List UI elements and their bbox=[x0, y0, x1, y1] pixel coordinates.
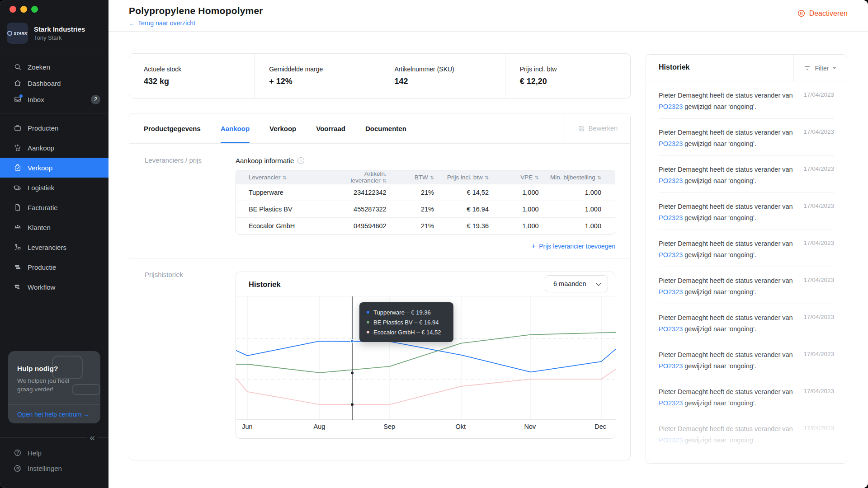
chart-plot: Tupperware – € 19.36BE Plastics BV – € 1… bbox=[236, 296, 615, 420]
stats-card: Actuele stock432 kgGemiddelde marge+ 12%… bbox=[129, 53, 631, 99]
sidebar-item-label: Zoeken bbox=[28, 63, 50, 71]
po-link[interactable]: PO2323 bbox=[659, 362, 683, 370]
products-icon bbox=[14, 124, 22, 132]
activity-date: 17/04/2023 bbox=[803, 351, 834, 357]
sidebar-item-klanten[interactable]: Klanten bbox=[0, 217, 108, 237]
table-cell: BE Plastics BV bbox=[236, 201, 329, 217]
table-cell: 1.000 bbox=[539, 184, 615, 201]
column-header[interactable]: Min. bijbestelling⇅ bbox=[539, 170, 615, 184]
table-cell: 049594602 bbox=[329, 217, 386, 234]
sort-icon[interactable]: ⇅ bbox=[430, 175, 434, 180]
activity-prefix: Pieter Demaeght heeft de status verander… bbox=[659, 240, 793, 247]
tooltip-text: BE Plastics BV – € 16.94 bbox=[373, 319, 439, 326]
po-link[interactable]: PO2323 bbox=[659, 214, 683, 221]
stat-label: Artikelnummer (SKU) bbox=[395, 66, 505, 73]
sidebar-item-logistiek[interactable]: Logistiek bbox=[0, 178, 108, 197]
po-link[interactable]: PO2323 bbox=[659, 103, 683, 110]
table-cell: € 14,52 bbox=[434, 184, 489, 201]
po-link[interactable]: PO2323 bbox=[659, 140, 683, 147]
help-card-body: We helpen jou heel graag verder! bbox=[17, 376, 85, 394]
table-row[interactable]: BE Plastics BV45528732221%€ 16.941,0001.… bbox=[236, 201, 615, 217]
sort-icon[interactable]: ⇅ bbox=[534, 175, 538, 180]
stat-label: Actuele stock bbox=[144, 66, 254, 73]
logistics-icon bbox=[14, 183, 22, 192]
chart-header: Historiek 6 maanden bbox=[236, 272, 615, 296]
sidebar-item-dashboard[interactable]: Dashboard bbox=[0, 75, 108, 91]
user-name: Tony Stark bbox=[34, 34, 85, 41]
activity-text: Pieter Demaeght heeft de status verander… bbox=[659, 201, 795, 223]
column-label: Leverancier bbox=[249, 174, 281, 181]
stat-label: Gemiddelde marge bbox=[269, 66, 379, 73]
po-link[interactable]: PO2323 bbox=[659, 288, 683, 296]
sort-icon[interactable]: ⇅ bbox=[382, 178, 386, 183]
po-link[interactable]: PO2323 bbox=[659, 399, 683, 407]
edit-button[interactable]: Bewerken bbox=[578, 125, 618, 132]
series-dot-icon bbox=[367, 311, 369, 314]
sidebar-item-facturatie[interactable]: Facturatie bbox=[0, 197, 108, 217]
settings-icon bbox=[14, 464, 22, 472]
stat-label: Prijs incl. btw bbox=[520, 66, 630, 73]
sort-icon[interactable]: ⇅ bbox=[485, 175, 489, 180]
collapse-sidebar-button[interactable]: « bbox=[87, 432, 98, 443]
logistics-icon bbox=[14, 183, 22, 192]
period-select[interactable]: 6 maanden bbox=[545, 275, 608, 292]
po-link[interactable]: PO2323 bbox=[659, 436, 683, 444]
sidebar-item-verkoop[interactable]: Verkoop bbox=[0, 158, 108, 178]
minimize-window-button[interactable] bbox=[20, 6, 27, 13]
zoom-window-button[interactable] bbox=[31, 6, 38, 13]
activity-entry: Pieter Demaeght heeft de status verander… bbox=[646, 118, 847, 155]
tab-voorraad[interactable]: Voorraad bbox=[316, 113, 345, 143]
stat-3: Artikelnummer (SKU)142 bbox=[380, 54, 505, 98]
activity-prefix: Pieter Demaeght heeft de status verander… bbox=[659, 351, 793, 358]
activity-text: Pieter Demaeght heeft de status verander… bbox=[659, 349, 795, 371]
deactivate-button[interactable]: Deactiveren bbox=[797, 9, 848, 18]
sidebar-item-productie[interactable]: Productie bbox=[0, 257, 108, 277]
tab-documenten[interactable]: Documenten bbox=[365, 113, 406, 143]
sidebar-item-label: Verkoop bbox=[28, 164, 52, 172]
column-header[interactable]: Artikeln. leverancier⇅ bbox=[329, 170, 386, 184]
table-row[interactable]: Tupperware23412234221%€ 14,521,0001.000 bbox=[236, 184, 615, 201]
company-logo: STARK bbox=[7, 23, 28, 44]
price-history-card: Historiek 6 maanden Tupperware – € 19.36… bbox=[236, 272, 615, 439]
sidebar-item-producten[interactable]: Producten bbox=[0, 118, 108, 138]
sidebar-item-label: Productie bbox=[28, 263, 56, 271]
column-header[interactable]: BTW⇅ bbox=[387, 170, 434, 184]
sort-icon[interactable]: ⇅ bbox=[283, 175, 287, 180]
sidebar-item-zoeken[interactable]: Zoeken bbox=[0, 59, 108, 75]
purchase-icon bbox=[14, 144, 22, 152]
sidebar-item-instellingen[interactable]: Instellingen bbox=[0, 460, 108, 476]
column-header[interactable]: Prijs incl. btw⇅ bbox=[434, 170, 489, 184]
tab-verkoop[interactable]: Verkoop bbox=[269, 113, 296, 143]
stat-2: Gemiddelde marge+ 12% bbox=[254, 54, 379, 98]
inbox-icon bbox=[14, 95, 22, 103]
sidebar-item-inbox[interactable]: Inbox2 bbox=[0, 91, 108, 108]
sidebar-item-label: Inbox bbox=[28, 96, 44, 103]
table-cell: 21% bbox=[387, 184, 434, 201]
sidebar-item-help[interactable]: Help bbox=[0, 445, 108, 460]
back-link[interactable]: ←Terug naar overzicht bbox=[129, 19, 195, 27]
sidebar-item-aankoop[interactable]: Aankoop bbox=[0, 138, 108, 158]
po-link[interactable]: PO2323 bbox=[659, 325, 683, 333]
column-header[interactable]: VPE⇅ bbox=[489, 170, 539, 184]
tab-aankoop[interactable]: Aankoop bbox=[221, 113, 250, 143]
activity-date: 17/04/2023 bbox=[803, 462, 834, 464]
po-link[interactable]: PO2323 bbox=[659, 177, 683, 184]
help-icon bbox=[14, 449, 22, 457]
activity-suffix: gewijzigd naar ‘ongoing’. bbox=[683, 214, 756, 221]
org-switcher[interactable]: STARK Stark Industries Tony Stark bbox=[7, 23, 85, 44]
activity-suffix: gewijzigd naar ‘ongoing’. bbox=[683, 251, 756, 258]
open-help-center-link[interactable]: Open het help centrum → bbox=[17, 411, 90, 418]
sidebar-item-leveranciers[interactable]: Leveranciers bbox=[0, 237, 108, 257]
sidebar-item-workflow[interactable]: Workflow bbox=[0, 277, 108, 297]
table-row[interactable]: Ecocalor GmbH04959460221%€ 19.361,0001.0… bbox=[236, 217, 615, 234]
add-supplier-price-link[interactable]: + Prijs leverancier toevoegen bbox=[236, 242, 615, 251]
filter-button[interactable]: Filter bbox=[804, 65, 836, 72]
close-window-button[interactable] bbox=[9, 6, 16, 13]
po-link[interactable]: PO2323 bbox=[659, 251, 683, 258]
column-header[interactable]: Leverancier⇅ bbox=[236, 170, 329, 184]
logo-gear-icon bbox=[7, 31, 12, 36]
tab-productgegevens[interactable]: Productgegevens bbox=[144, 113, 201, 143]
sort-icon[interactable]: ⇅ bbox=[597, 175, 601, 180]
activity-date: 17/04/2023 bbox=[803, 91, 834, 98]
activity-text: Pieter Demaeght heeft de status verander… bbox=[659, 238, 795, 260]
